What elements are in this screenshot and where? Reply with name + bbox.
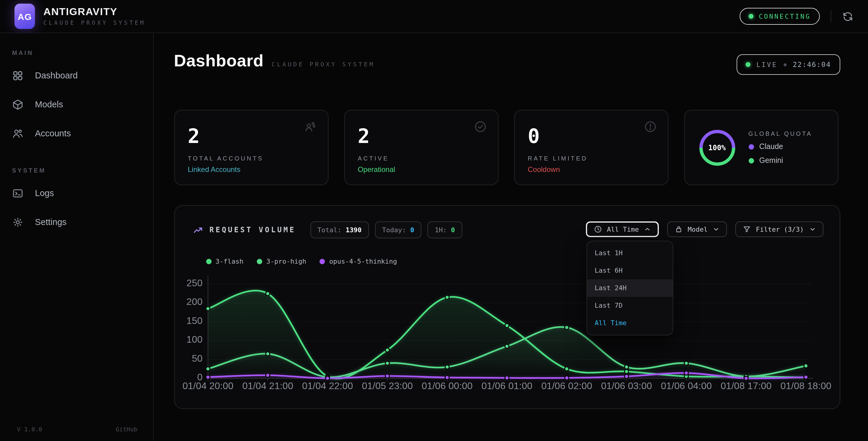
chevron-up-icon <box>644 226 651 233</box>
stat-sublabel: Linked Accounts <box>188 165 314 174</box>
time-range-dropdown: Last 1H Last 6H Last 24H Last 7D All Tim… <box>586 241 673 335</box>
stat-label: ACTIVE <box>358 155 484 162</box>
stat-chips: Total: 1390 Today: 0 1H: 0 <box>310 222 462 238</box>
legend-label: 3-flash <box>216 258 244 265</box>
chevron-down-icon <box>712 226 720 233</box>
github-link[interactable]: GitHub <box>116 426 137 433</box>
check-circle-icon <box>473 120 487 133</box>
connection-status-badge: CONNECTING <box>740 8 820 25</box>
quota-title: GLOBAL QUOTA <box>748 130 812 137</box>
global-quota-card: 100% GLOBAL QUOTA Claude Gemini <box>684 110 838 185</box>
cube-icon <box>12 99 24 110</box>
top-bar: AG ANTIGRAVITY CLAUDE PROXY SYSTEM CONNE… <box>0 0 868 33</box>
topbar-divider <box>831 10 831 22</box>
sidebar-item-dashboard[interactable]: Dashboard <box>11 66 142 85</box>
terminal-icon <box>12 187 24 199</box>
chip-value: 0 <box>451 226 455 234</box>
logo-text: AG <box>18 11 32 22</box>
stat-value: 2 <box>188 126 314 146</box>
dropdown-item-last-7d[interactable]: Last 7D <box>587 297 673 314</box>
sidebar-gap <box>11 153 142 167</box>
request-volume-panel: REQUEST VOLUME Total: 1390 Today: 0 1H: … <box>174 205 840 409</box>
dropdown-item-last-1h[interactable]: Last 1H <box>587 244 673 262</box>
quota-legend-label: Gemini <box>759 156 783 165</box>
legend-label: 3-pro-high <box>267 258 306 265</box>
quota-percent: 100% <box>698 128 736 167</box>
svg-text:01/06 04:00: 01/06 04:00 <box>661 380 712 391</box>
svg-text:50: 50 <box>191 353 202 364</box>
legend-item-opus: opus-4-5-thinking <box>319 258 397 265</box>
svg-text:200: 200 <box>186 296 202 307</box>
chevron-down-icon <box>809 226 816 233</box>
stat-cards-row: 2 TOTAL ACCOUNTS Linked Accounts 2 ACTIV… <box>174 110 838 185</box>
gear-icon <box>12 216 24 228</box>
today-chip: Today: 0 <box>375 222 422 238</box>
sidebar-label-settings: Settings <box>35 217 67 227</box>
svg-text:01/04 21:00: 01/04 21:00 <box>242 380 293 391</box>
dropdown-item-all-time[interactable]: All Time <box>587 314 673 332</box>
connection-status-label: CONNECTING <box>759 12 811 20</box>
quota-legend-claude: Claude <box>748 142 812 151</box>
sidebar-item-models[interactable]: Models <box>11 95 142 113</box>
gemini-dot-icon <box>748 158 754 163</box>
svg-text:01/06 02:00: 01/06 02:00 <box>541 380 592 391</box>
legend-item-3-pro-high: 3-pro-high <box>257 258 306 265</box>
stat-label: RATE LIMITED <box>528 155 654 162</box>
time-range-button[interactable]: All Time <box>586 222 659 237</box>
panel-controls: All Time Model <box>586 222 823 237</box>
chip-label: 1H: <box>435 226 447 234</box>
sidebar-item-settings[interactable]: Settings <box>11 213 142 231</box>
chip-label: Today: <box>382 226 406 234</box>
users-icon <box>12 127 24 139</box>
filter-label: Filter (3/3) <box>756 225 804 233</box>
chip-value: 0 <box>410 226 414 234</box>
status-dot-icon <box>749 14 753 19</box>
sidebar-footer: V 1.0.0 GitHub <box>17 426 137 433</box>
sidebar-item-logs[interactable]: Logs <box>11 184 142 202</box>
svg-text:01/08 17:00: 01/08 17:00 <box>720 380 771 391</box>
app-title: ANTIGRAVITY <box>43 6 146 18</box>
chip-value: 1390 <box>346 226 362 234</box>
page-header: Dashboard CLAUDE PROXY SYSTEM <box>174 51 375 70</box>
topbar-right: CONNECTING <box>740 8 854 25</box>
quota-legend-label: Claude <box>759 142 783 151</box>
panel-header-left: REQUEST VOLUME Total: 1390 Today: 0 1H: … <box>193 222 462 238</box>
series-dot-icon <box>257 259 262 264</box>
panel-title: REQUEST VOLUME <box>210 226 296 234</box>
main-content: Dashboard CLAUDE PROXY SYSTEM LIVE 22:46… <box>154 33 868 441</box>
page-subtitle: CLAUDE PROXY SYSTEM <box>272 61 375 67</box>
separator-dot-icon <box>784 63 786 66</box>
sidebar-item-accounts[interactable]: Accounts <box>11 124 142 142</box>
quota-wrap: 100% GLOBAL QUOTA Claude Gemini <box>698 122 824 173</box>
sidebar: MAIN Dashboard Models <box>0 33 154 441</box>
series-dot-icon <box>206 259 211 264</box>
stat-sublabel: Operational <box>358 165 484 174</box>
quota-donut: 100% <box>698 128 736 167</box>
stat-sublabel: Cooldown <box>528 165 654 174</box>
model-button[interactable]: Model <box>667 222 727 237</box>
time-range-label: All Time <box>607 225 639 233</box>
sidebar-label-models: Models <box>35 99 63 109</box>
dropdown-item-last-24h[interactable]: Last 24H <box>587 279 673 297</box>
dropdown-item-last-6h[interactable]: Last 6H <box>587 262 673 279</box>
legend-label: opus-4-5-thinking <box>329 258 397 265</box>
app-version: V 1.0.0 <box>17 426 42 433</box>
svg-text:100: 100 <box>186 334 202 345</box>
svg-text:0: 0 <box>197 372 202 382</box>
svg-text:250: 250 <box>186 277 202 288</box>
filter-button[interactable]: Filter (3/3) <box>735 222 823 237</box>
svg-text:01/06 03:00: 01/06 03:00 <box>601 380 652 391</box>
users-icon <box>304 120 317 133</box>
brand-block: ANTIGRAVITY CLAUDE PROXY SYSTEM <box>43 6 146 26</box>
trend-up-icon <box>193 225 203 235</box>
one-hour-chip: 1H: 0 <box>428 222 462 238</box>
refresh-button[interactable] <box>842 10 854 22</box>
model-icon <box>675 225 683 233</box>
sidebar-label-dashboard: Dashboard <box>35 70 78 80</box>
app-root: AG ANTIGRAVITY CLAUDE PROXY SYSTEM CONNE… <box>0 0 868 441</box>
live-label: LIVE <box>756 61 778 68</box>
sidebar-label-accounts: Accounts <box>35 128 71 138</box>
stat-card-total-accounts: 2 TOTAL ACCOUNTS Linked Accounts <box>174 110 328 185</box>
stat-card-active: 2 ACTIVE Operational <box>344 110 498 185</box>
svg-text:01/04 22:00: 01/04 22:00 <box>302 380 352 391</box>
